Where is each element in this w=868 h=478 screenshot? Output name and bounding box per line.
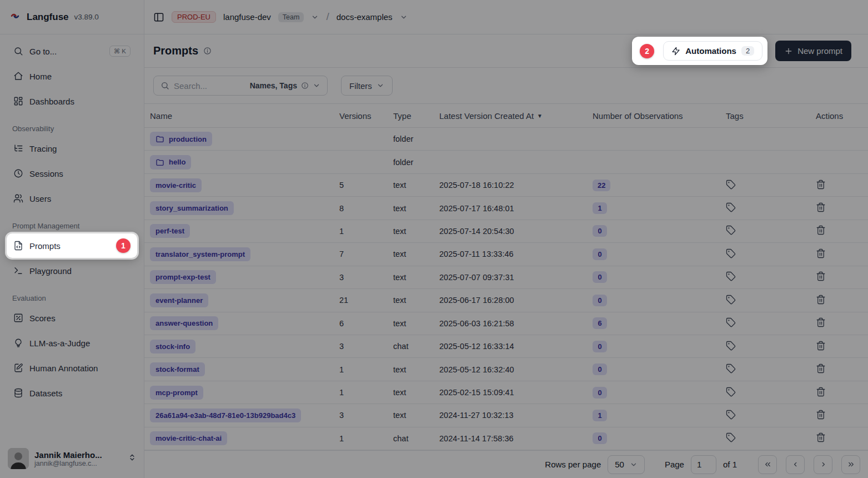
rows-per-page-value: 50 <box>615 460 624 469</box>
versions-cell: 1 <box>339 388 393 397</box>
prompt-name-link[interactable]: translator_system-prompt <box>150 247 250 261</box>
sidebar-toggle-button[interactable] <box>153 12 164 23</box>
delete-button[interactable] <box>816 432 826 442</box>
last-page-button[interactable] <box>841 455 860 474</box>
org-role-badge: Team <box>278 12 304 22</box>
tag-icon[interactable] <box>726 225 736 235</box>
col-created[interactable]: Latest Version Created At▼ <box>439 111 593 121</box>
user-menu[interactable]: Jannik Maierho... jannik@langfuse.c... <box>0 441 144 478</box>
prompt-name-link[interactable]: story_summarization <box>150 201 234 215</box>
table-row: story_summarization 8 text 2025-07-17 16… <box>144 197 868 220</box>
info-icon[interactable] <box>203 47 212 55</box>
rows-per-page-select[interactable]: 50 <box>608 455 645 474</box>
delete-button[interactable] <box>816 341 826 351</box>
search-scope-dropdown[interactable]: Names, Tags <box>250 81 320 90</box>
type-cell: folder <box>393 158 439 167</box>
prev-page-button[interactable] <box>786 455 805 474</box>
sidebar-item-home[interactable]: Home <box>7 66 137 86</box>
automations-button[interactable]: Automations 2 <box>663 41 762 61</box>
prompt-name-link[interactable]: perf-test <box>150 224 190 238</box>
prompt-name-link[interactable]: mcp-prompt <box>150 386 203 400</box>
prompt-name-link[interactable]: answer-question <box>150 316 218 330</box>
main-content: PROD-EU langfuse-dev Team / docs-example… <box>144 0 868 478</box>
prompt-name-link[interactable]: hello <box>150 155 191 170</box>
filters-button[interactable]: Filters <box>341 76 393 96</box>
automations-count-badge: 2 <box>741 46 754 56</box>
search-box[interactable]: Names, Tags <box>153 76 328 96</box>
sidebar-item-prompts[interactable]: Prompts 1 <box>7 233 137 258</box>
sidebar-item-dashboards[interactable]: Dashboards <box>7 91 137 111</box>
automations-label: Automations <box>685 46 736 56</box>
tag-icon[interactable] <box>726 432 736 442</box>
chevron-down-icon[interactable] <box>311 13 319 21</box>
tag-icon[interactable] <box>726 202 736 212</box>
sidebar-item-sessions[interactable]: Sessions <box>7 163 137 183</box>
delete-button[interactable] <box>816 225 826 235</box>
delete-button[interactable] <box>816 387 826 397</box>
tag-icon[interactable] <box>726 387 736 397</box>
prompt-name-link[interactable]: 26a61a94-e3ab-48d7-81e0-13b929bad4c3 <box>150 409 301 422</box>
observations-badge: 0 <box>593 341 607 352</box>
first-page-button[interactable] <box>758 455 777 474</box>
created-cell: 2025-06-03 16:21:58 <box>439 319 593 328</box>
tag-icon[interactable] <box>726 317 736 327</box>
org-name[interactable]: langfuse-dev <box>223 12 271 22</box>
sidebar-item-goto[interactable]: Go to... ⌘ K <box>7 41 137 61</box>
search-input[interactable] <box>174 81 245 91</box>
delete-button[interactable] <box>816 202 826 212</box>
created-cell: 2025-07-11 13:33:46 <box>439 250 593 258</box>
scores-icon <box>13 313 23 323</box>
sidebar-item-human-annotation[interactable]: Human Annotation <box>7 358 137 378</box>
delete-button[interactable] <box>816 317 826 327</box>
prompt-name-link[interactable]: production <box>150 132 212 146</box>
prompt-name-link[interactable]: movie-critic <box>150 178 202 192</box>
logo-row: Langfuse v3.89.0 <box>0 0 144 34</box>
table-row: mcp-prompt 1 text 2025-02-15 15:09:41 0 <box>144 381 868 404</box>
sidebar-item-datasets[interactable]: Datasets <box>7 383 137 403</box>
col-observations[interactable]: Number of Observations <box>593 111 726 121</box>
versions-cell: 6 <box>339 319 393 328</box>
col-versions[interactable]: Versions <box>339 111 393 121</box>
tag-icon[interactable] <box>726 364 736 374</box>
project-name[interactable]: docs-examples <box>337 12 393 22</box>
chevron-down-icon[interactable] <box>400 13 408 21</box>
goto-shortcut: ⌘ K <box>109 46 131 57</box>
sidebar-item-llm-judge[interactable]: LLM-as-a-Judge <box>7 333 137 353</box>
tag-icon[interactable] <box>726 295 736 305</box>
type-cell: text <box>393 227 439 236</box>
dashboard-icon <box>13 96 23 106</box>
delete-button[interactable] <box>816 271 826 281</box>
delete-button[interactable] <box>816 295 826 305</box>
sidebar-item-users[interactable]: Users <box>7 188 137 208</box>
page-number-input[interactable] <box>691 455 716 474</box>
prompt-name-link[interactable]: stock-info <box>150 340 195 353</box>
sidebar-item-scores[interactable]: Scores <box>7 308 137 328</box>
tag-icon[interactable] <box>726 341 736 351</box>
sidebar-item-tracing[interactable]: Tracing <box>7 138 137 158</box>
sidebar-item-playground[interactable]: Playground <box>7 261 137 281</box>
tag-icon[interactable] <box>726 271 736 281</box>
col-name[interactable]: Name <box>150 111 339 121</box>
new-prompt-label: New prompt <box>797 46 842 56</box>
delete-button[interactable] <box>816 410 826 420</box>
page-title: Prompts <box>153 44 198 57</box>
tag-icon[interactable] <box>726 410 736 420</box>
delete-button[interactable] <box>816 180 826 190</box>
prompt-name-link[interactable]: event-planner <box>150 293 208 307</box>
prompt-name-link[interactable]: stock-format <box>150 362 205 376</box>
type-cell: text <box>393 388 439 397</box>
tag-icon[interactable] <box>726 248 736 258</box>
col-tags[interactable]: Tags <box>726 111 816 121</box>
col-actions: Actions <box>816 111 868 121</box>
col-type[interactable]: Type <box>393 111 439 121</box>
new-prompt-button[interactable]: New prompt <box>775 41 851 61</box>
tag-icon[interactable] <box>726 180 736 190</box>
delete-button[interactable] <box>816 248 826 258</box>
chevron-down-icon <box>313 82 320 89</box>
sidebar-item-label: Datasets <box>29 389 62 398</box>
prompt-name-link[interactable]: prompt-exp-test <box>150 270 216 284</box>
next-page-button[interactable] <box>814 455 832 474</box>
prompt-name-link[interactable]: movie-critic-chat-ai <box>150 431 227 445</box>
delete-button[interactable] <box>816 364 826 374</box>
versions-cell: 21 <box>339 296 393 305</box>
